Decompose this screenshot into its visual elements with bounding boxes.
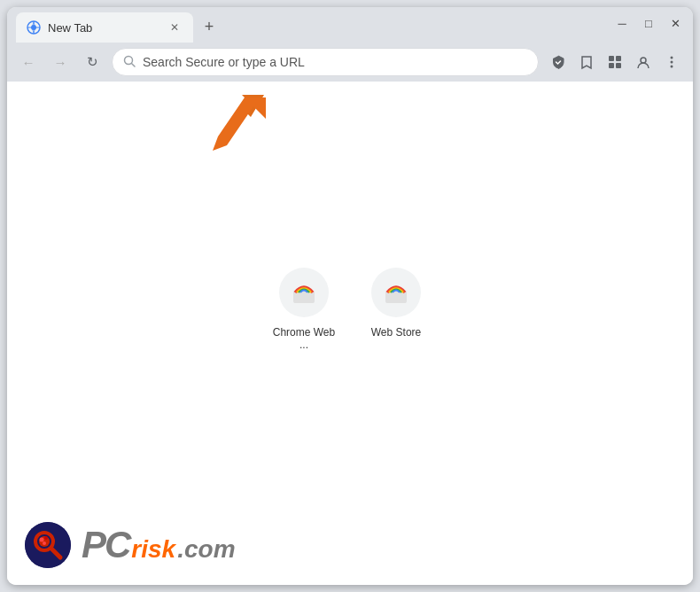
shortcut-label-2: Web Store [371,326,421,339]
minimize-button[interactable]: ─ [615,16,629,30]
shortcuts-area: Chrome Web ... Web Store [268,268,432,351]
svg-point-20 [40,538,44,542]
back-button[interactable]: ← [16,50,41,74]
menu-icon[interactable] [659,50,684,74]
svg-point-10 [671,57,673,59]
shortcut-chrome-web[interactable]: Chrome Web ... [268,268,339,351]
browser-window: New Tab ✕ + ─ □ ✕ ← → ↻ Search Secure or… [7,7,693,585]
shortcut-icon-2 [371,268,421,317]
toolbar-icons [546,50,684,74]
tab-close-button[interactable]: ✕ [167,19,183,35]
tab-title: New Tab [48,21,159,35]
pcrisk-watermark: PC risk .com [7,505,693,585]
address-bar[interactable]: Search Secure or type a URL [112,48,539,76]
download-shield-icon[interactable] [546,50,571,74]
main-content: Chrome Web ... Web Store [7,82,693,585]
extension-icon[interactable] [603,50,627,74]
search-icon [123,55,136,70]
shortcut-label-1: Chrome Web ... [268,326,339,351]
new-tab-button[interactable]: + [197,14,222,39]
svg-rect-5 [609,56,614,61]
bookmark-icon[interactable] [574,50,599,74]
dotcom-text: .com [177,535,235,564]
svg-line-4 [132,63,136,66]
toolbar: ← → ↻ Search Secure or type a URL [7,43,693,82]
window-controls: ─ □ ✕ [615,16,682,30]
title-bar: New Tab ✕ + ─ □ ✕ [7,7,693,43]
active-tab[interactable]: New Tab ✕ [16,12,193,43]
pcrisk-text: PC risk .com [82,526,236,564]
tab-favicon [27,20,41,35]
pc-text: PC [82,526,129,564]
svg-rect-8 [616,63,621,68]
svg-rect-6 [616,56,621,61]
svg-rect-7 [609,63,614,68]
svg-point-9 [641,58,646,63]
maximize-button[interactable]: □ [642,16,656,30]
svg-point-21 [44,536,48,540]
risk-text: risk [131,537,175,562]
pcrisk-logo-ball [25,522,71,568]
shortcut-web-store[interactable]: Web Store [361,268,432,351]
svg-point-12 [671,66,673,68]
profile-icon[interactable] [631,50,656,74]
orange-arrow-annotation [202,90,273,161]
shortcut-icon-1 [279,268,329,317]
tab-bar: New Tab ✕ + [16,12,222,43]
svg-point-22 [43,541,46,545]
svg-point-11 [671,61,673,64]
forward-button[interactable]: → [48,50,73,74]
address-text: Search Secure or type a URL [143,55,527,69]
reload-button[interactable]: ↻ [80,50,105,74]
close-button[interactable]: ✕ [668,16,682,30]
